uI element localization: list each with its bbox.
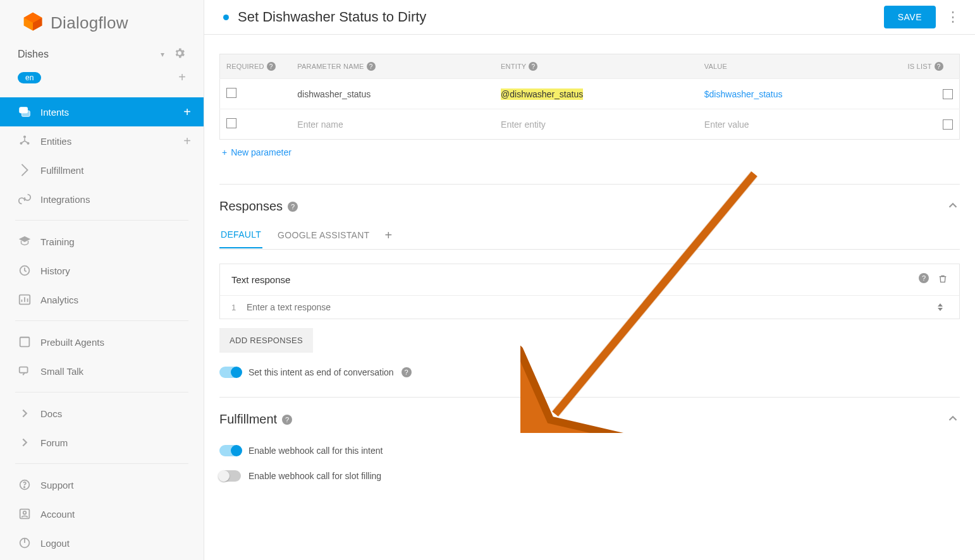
logout-icon <box>18 536 32 550</box>
help-icon[interactable]: ? <box>367 62 376 71</box>
sidebar: Dialogflow Dishes ▾ en + Intents + En <box>0 0 204 560</box>
section-divider <box>219 397 960 398</box>
add-responses-button[interactable]: ADD RESPONSES <box>219 328 313 353</box>
more-menu-icon[interactable]: ⋮ <box>946 10 960 24</box>
help-icon[interactable]: ? <box>288 202 298 212</box>
sidebar-item-forum[interactable]: Forum <box>0 428 204 457</box>
plus-icon: + <box>222 147 227 157</box>
svg-point-5 <box>23 136 26 138</box>
add-language-icon[interactable]: + <box>178 70 186 85</box>
parameters-table: REQUIRED? PARAMETER NAME? ENTITY? VALUE … <box>219 54 960 140</box>
chevron-down-icon[interactable]: ▾ <box>161 50 164 59</box>
prebuilt-icon <box>18 335 32 349</box>
text-response-row[interactable]: 1 <box>220 295 959 319</box>
help-icon[interactable]: ? <box>402 367 412 377</box>
gear-icon[interactable] <box>173 47 186 61</box>
sidebar-item-label: Training <box>40 236 191 247</box>
help-icon[interactable]: ? <box>919 273 929 283</box>
tab-google-assistant[interactable]: GOOGLE ASSISTANT <box>276 230 371 248</box>
help-icon[interactable]: ? <box>529 62 537 71</box>
table-row[interactable]: Enter name Enter entity Enter value <box>220 109 960 140</box>
agent-selector[interactable]: Dishes <box>18 49 49 60</box>
sidebar-item-analytics[interactable]: Analytics <box>0 285 204 314</box>
sidebar-item-docs[interactable]: Docs <box>0 399 204 428</box>
islist-checkbox[interactable] <box>943 119 953 130</box>
row-number: 1 <box>231 303 247 312</box>
sidebar-item-entities[interactable]: Entities + <box>0 126 204 155</box>
reorder-handle[interactable] <box>938 303 948 311</box>
sidebar-item-training[interactable]: Training <box>0 227 204 256</box>
table-row[interactable]: dishwasher_status @dishwasher_status $di… <box>220 79 960 109</box>
sidebar-item-label: Forum <box>40 437 191 448</box>
sidebar-item-label: Integrations <box>40 194 191 205</box>
sidebar-item-label: Support <box>40 480 191 490</box>
main: Set Dishwasher Status to Dirty SAVE ⋮ RE… <box>204 0 975 560</box>
sidebar-item-fulfillment[interactable]: Fulfillment <box>0 155 204 185</box>
help-icon[interactable]: ? <box>267 62 276 71</box>
sidebar-item-support[interactable]: Support <box>0 470 204 499</box>
page-title: Set Dishwasher Status to Dirty <box>238 9 884 25</box>
required-checkbox[interactable] <box>226 88 236 98</box>
webhook-intent-toggle[interactable] <box>219 445 241 456</box>
unsaved-dot-icon <box>223 15 229 20</box>
save-button[interactable]: SAVE <box>884 6 936 28</box>
sidebar-item-intents[interactable]: Intents + <box>0 97 204 126</box>
nav-divider <box>15 220 188 221</box>
text-response-input[interactable] <box>247 302 938 312</box>
webhook-slot-toggle[interactable] <box>219 470 241 482</box>
add-entity-icon[interactable]: + <box>183 135 191 147</box>
sidebar-item-label: Account <box>40 509 191 520</box>
new-parameter-link[interactable]: + New parameter <box>219 140 294 165</box>
brand-name: Dialogflow <box>51 13 128 33</box>
param-value[interactable]: $dishwasher_status <box>704 89 783 99</box>
end-of-conversation-toggle[interactable] <box>219 367 241 378</box>
collapse-icon[interactable] <box>946 198 960 214</box>
smalltalk-icon <box>18 364 32 378</box>
sidebar-item-label: History <box>40 265 191 276</box>
training-icon <box>18 234 32 248</box>
sidebar-item-label: Docs <box>40 408 191 419</box>
required-checkbox[interactable] <box>226 118 236 128</box>
entities-icon <box>18 134 32 148</box>
sidebar-item-history[interactable]: History <box>0 256 204 285</box>
chevron-icon <box>18 435 32 449</box>
svg-rect-10 <box>20 338 30 347</box>
sidebar-item-label: Prebuilt Agents <box>40 337 191 348</box>
language-chip[interactable]: en <box>18 72 41 83</box>
integrations-icon <box>18 192 32 206</box>
sidebar-item-logout[interactable]: Logout <box>0 528 204 557</box>
chevron-icon <box>18 406 32 420</box>
islist-checkbox[interactable] <box>943 89 953 99</box>
help-icon[interactable]: ? <box>935 62 943 71</box>
intents-icon <box>18 105 32 119</box>
param-value-placeholder[interactable]: Enter value <box>704 119 749 130</box>
analytics-icon <box>18 293 32 307</box>
svg-point-15 <box>23 511 27 514</box>
account-icon <box>18 507 32 521</box>
param-entity[interactable]: @dishwasher_status <box>501 88 583 100</box>
add-intent-icon[interactable]: + <box>183 106 191 118</box>
new-parameter-label: New parameter <box>231 147 291 157</box>
help-icon[interactable]: ? <box>282 415 292 425</box>
add-tab-icon[interactable]: + <box>384 228 392 249</box>
param-name[interactable]: dishwasher_status <box>297 89 371 99</box>
tab-default[interactable]: DEFAULT <box>219 229 262 248</box>
section-title: Fulfillment <box>219 412 277 427</box>
sidebar-item-prebuilt[interactable]: Prebuilt Agents <box>0 327 204 356</box>
sidebar-item-integrations[interactable]: Integrations <box>0 185 204 214</box>
sidebar-item-label: Small Talk <box>40 366 191 377</box>
param-entity-placeholder[interactable]: Enter entity <box>501 119 546 130</box>
sidebar-item-label: Intents <box>40 107 183 118</box>
param-name-placeholder[interactable]: Enter name <box>297 119 343 130</box>
brand-logo[interactable]: Dialogflow <box>0 0 204 37</box>
sidebar-item-smalltalk[interactable]: Small Talk <box>0 356 204 386</box>
th-entity: ENTITY <box>501 63 526 70</box>
th-required: REQUIRED <box>226 63 264 70</box>
nav-divider <box>15 463 188 464</box>
th-value: VALUE <box>704 63 727 70</box>
sidebar-item-label: Analytics <box>40 295 191 305</box>
trash-icon[interactable] <box>938 273 948 286</box>
collapse-icon[interactable] <box>946 411 960 427</box>
sidebar-item-account[interactable]: Account <box>0 499 204 528</box>
response-tabs: DEFAULT GOOGLE ASSISTANT + <box>219 228 960 250</box>
